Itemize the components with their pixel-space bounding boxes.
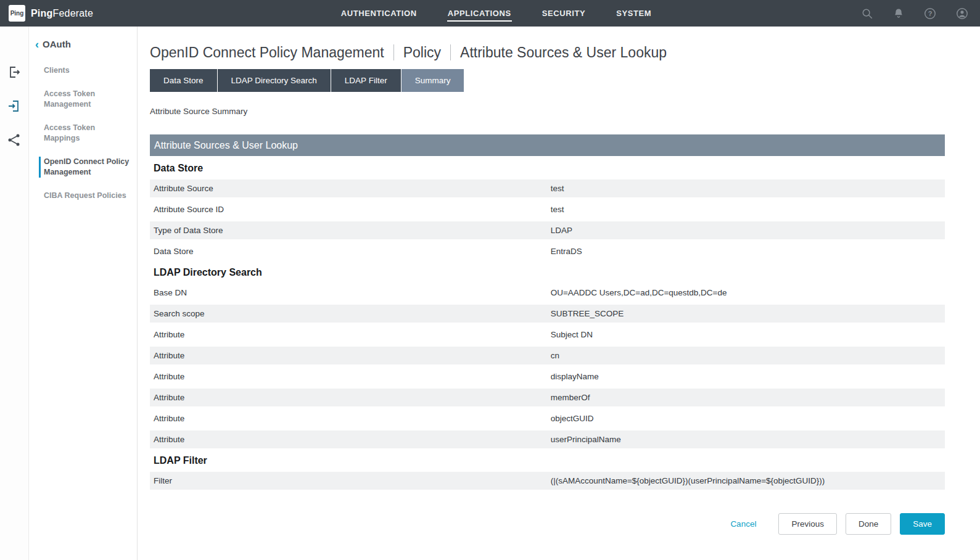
tab-data-store[interactable]: Data Store bbox=[150, 69, 217, 92]
main-content: OpenID Connect Policy ManagementPolicyAt… bbox=[138, 27, 980, 560]
sidebar-item-access-token-mappings[interactable]: Access Token Mappings bbox=[39, 123, 132, 144]
row-value: OU=AADDC Users,DC=ad,DC=questdb,DC=de bbox=[551, 284, 945, 302]
row-value: userPrincipalName bbox=[551, 430, 945, 448]
previous-button[interactable]: Previous bbox=[778, 513, 837, 535]
row-value: (|(sAMAccountName=${objectGUID})(userPri… bbox=[551, 472, 945, 490]
row-label: Attribute bbox=[150, 430, 551, 448]
tab-summary[interactable]: Summary bbox=[401, 69, 464, 92]
row-label: Attribute Source bbox=[150, 179, 551, 197]
save-button[interactable]: Save bbox=[900, 513, 945, 535]
summary-row: Attributecn bbox=[150, 347, 945, 364]
row-label: Data Store bbox=[150, 242, 551, 260]
row-value: cn bbox=[551, 347, 945, 364]
brand: Ping PingFederate bbox=[9, 5, 150, 22]
sidebar-section-title: OAuth bbox=[43, 39, 71, 49]
logo-text: Ping bbox=[10, 10, 24, 17]
row-value: LDAP bbox=[551, 221, 945, 239]
sidebar-item-openid-connect-policy-management[interactable]: OpenID Connect Policy Management bbox=[39, 157, 132, 178]
row-label: Attribute bbox=[150, 410, 551, 427]
section-heading-data-store: Data Store bbox=[150, 163, 945, 174]
summary-row: Attribute Sourcetest bbox=[150, 179, 945, 197]
summary-row: AttributememberOf bbox=[150, 389, 945, 406]
svg-text:?: ? bbox=[928, 10, 933, 17]
summary-row: Filter(|(sAMAccountName=${objectGUID})(u… bbox=[150, 472, 945, 490]
bell-icon[interactable] bbox=[892, 7, 905, 20]
user-icon[interactable] bbox=[955, 7, 969, 20]
brand-text: PingFederate bbox=[31, 8, 93, 19]
row-label: Base DN bbox=[150, 284, 551, 302]
search-icon[interactable] bbox=[860, 7, 874, 20]
sidebar-items: ClientsAccess Token ManagementAccess Tok… bbox=[29, 65, 137, 201]
sidebar-back-oauth[interactable]: ‹ OAuth bbox=[29, 39, 137, 49]
row-value: SUBTREE_SCOPE bbox=[551, 305, 945, 323]
nav-item-security[interactable]: SECURITY bbox=[541, 6, 587, 22]
row-value: EntraDS bbox=[551, 242, 945, 260]
summary-row: Search scopeSUBTREE_SCOPE bbox=[150, 305, 945, 323]
nav-item-authentication[interactable]: AUTHENTICATION bbox=[340, 6, 418, 22]
footer-actions: Cancel Previous Done Save bbox=[150, 513, 945, 550]
row-label: Filter bbox=[150, 472, 551, 490]
sidebar-item-ciba-request-policies[interactable]: CIBA Request Policies bbox=[39, 191, 132, 201]
summary-row: AttributeSubject DN bbox=[150, 326, 945, 344]
step-tabs: Data StoreLDAP Directory SearchLDAP Filt… bbox=[150, 69, 945, 92]
breadcrumb-segment: Policy bbox=[403, 44, 441, 61]
top-bar: Ping PingFederate AUTHENTICATIONAPPLICAT… bbox=[0, 0, 980, 27]
row-label: Attribute bbox=[150, 326, 551, 344]
page-title-breadcrumb: OpenID Connect Policy ManagementPolicyAt… bbox=[150, 44, 945, 61]
tab-ldap-filter[interactable]: LDAP Filter bbox=[331, 69, 401, 92]
breadcrumb-separator bbox=[393, 44, 394, 60]
row-label: Attribute Source ID bbox=[150, 200, 551, 218]
row-label: Type of Data Store bbox=[150, 221, 551, 239]
summary-sections: Data StoreAttribute SourcetestAttribute … bbox=[150, 163, 945, 490]
sidebar: ‹ OAuth ClientsAccess Token ManagementAc… bbox=[29, 27, 138, 560]
pingfederate-logo: Ping bbox=[9, 5, 25, 22]
panel-title: Attribute Sources & User Lookup bbox=[150, 134, 945, 156]
nav-item-system[interactable]: SYSTEM bbox=[616, 6, 652, 22]
summary-row: AttributeuserPrincipalName bbox=[150, 430, 945, 448]
sign-in-door-icon[interactable] bbox=[7, 99, 22, 113]
icon-rail bbox=[0, 27, 29, 560]
breadcrumb-segment: OpenID Connect Policy Management bbox=[150, 44, 384, 61]
summary-label: Attribute Source Summary bbox=[150, 107, 945, 116]
row-label: Attribute bbox=[150, 389, 551, 406]
row-value: displayName bbox=[551, 368, 945, 385]
row-value: objectGUID bbox=[551, 410, 945, 427]
breadcrumb-separator bbox=[450, 44, 451, 60]
nav-item-applications[interactable]: APPLICATIONS bbox=[447, 6, 512, 22]
done-button[interactable]: Done bbox=[846, 513, 891, 535]
row-label: Attribute bbox=[150, 347, 551, 364]
tab-ldap-directory-search[interactable]: LDAP Directory Search bbox=[218, 69, 331, 92]
summary-row: Base DNOU=AADDC Users,DC=ad,DC=questdb,D… bbox=[150, 284, 945, 302]
help-icon[interactable]: ? bbox=[923, 7, 937, 20]
row-value: Subject DN bbox=[551, 326, 945, 344]
summary-row: AttributeobjectGUID bbox=[150, 410, 945, 427]
row-value: memberOf bbox=[551, 389, 945, 406]
sidebar-item-access-token-management[interactable]: Access Token Management bbox=[39, 89, 132, 110]
cancel-link[interactable]: Cancel bbox=[730, 519, 756, 529]
app-body: ‹ OAuth ClientsAccess Token ManagementAc… bbox=[0, 27, 980, 560]
chevron-left-icon: ‹ bbox=[35, 40, 39, 49]
breadcrumb-segment: Attribute Sources & User Lookup bbox=[460, 44, 667, 61]
sign-out-door-icon[interactable] bbox=[7, 65, 22, 80]
top-nav: AUTHENTICATIONAPPLICATIONSSECURITYSYSTEM bbox=[150, 6, 842, 22]
row-value: test bbox=[551, 179, 945, 197]
top-icons: ? bbox=[860, 7, 969, 20]
sidebar-item-clients[interactable]: Clients bbox=[39, 65, 132, 76]
section-heading-ldap-directory-search: LDAP Directory Search bbox=[150, 267, 945, 278]
row-value: test bbox=[551, 200, 945, 218]
row-label: Attribute bbox=[150, 368, 551, 385]
summary-row: Attribute Source IDtest bbox=[150, 200, 945, 218]
summary-row: AttributedisplayName bbox=[150, 368, 945, 385]
summary-row: Type of Data StoreLDAP bbox=[150, 221, 945, 239]
network-icon[interactable] bbox=[7, 133, 22, 147]
row-label: Search scope bbox=[150, 305, 551, 323]
summary-row: Data StoreEntraDS bbox=[150, 242, 945, 260]
section-heading-ldap-filter: LDAP Filter bbox=[150, 455, 945, 466]
